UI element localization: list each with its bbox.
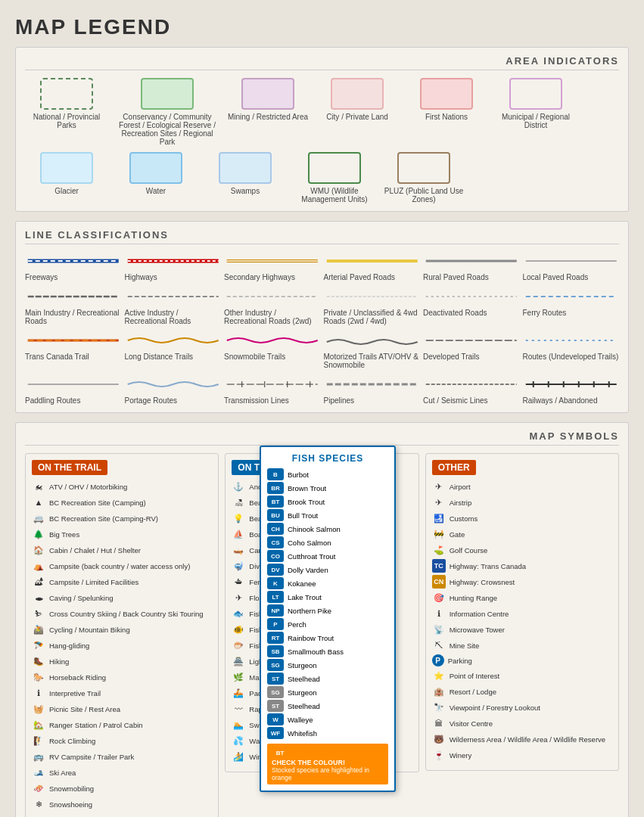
line-label-trans-canada: Trans Canada Trail: [25, 353, 89, 361]
line-label-secondary: Secondary Highways: [224, 273, 295, 281]
trail-row-snowmobiling: 🛷Snowmobiling: [32, 781, 212, 795]
fish-name-kokanee: Kokanee: [288, 579, 316, 588]
fish-species-popup: FISH SPECIES BBurbot BRBrown Trout BTBro…: [260, 446, 396, 792]
other-row-parking: PParking: [432, 654, 612, 666]
fish-name-burbot: Burbot: [288, 471, 309, 479]
line-label-routes: Routes (Undeveloped Trails): [523, 353, 619, 361]
fish-badge-sb: SB: [267, 645, 284, 657]
floatplane-icon: ✈: [232, 591, 245, 604]
line-sample-trans-canada: [25, 331, 122, 349]
trail-row-campsite-bc: ⛺Campsite (back country / water access o…: [32, 559, 212, 573]
lighthouse-icon: 🏯: [232, 654, 245, 668]
area-box-wmu: [308, 152, 361, 184]
fish-badge-rt: RT: [267, 632, 284, 644]
trail-label-bc-camp: BC Recreation Site (Camping): [49, 499, 146, 507]
other-label-info: Information Centre: [450, 610, 509, 618]
other-row-microwave: 📡Microwave Tower: [432, 623, 612, 636]
line-item-local: Local Paved Roads: [523, 252, 620, 281]
fish-badge-k: K: [267, 577, 284, 589]
fish-badge-p: P: [267, 618, 284, 630]
other-row-hwy-crow: CNHighway: Crowsnest: [432, 575, 612, 589]
horseback-icon: 🐎: [32, 670, 45, 684]
other-row-hwy-tc: TCHighway: Trans Canada: [432, 559, 612, 573]
line-sample-transmission: [224, 375, 321, 393]
trail-row-bc-rv: 🚐BC Recreation Site (Camping-RV): [32, 511, 212, 525]
other-row-golf: ⛳Golf Course: [432, 543, 612, 557]
line-item-motorized: Motorized Trails ATV/OHV & Snowmobile: [324, 331, 421, 369]
area-label-city: City / Private Land: [326, 113, 388, 121]
ski-icon: 🎿: [32, 766, 45, 779]
trail-label-ski: Ski Area: [49, 769, 76, 777]
bc-rv-icon: 🚐: [32, 511, 45, 525]
fish-brown-trout: BRBrown Trout: [267, 482, 388, 494]
fish-smallmouth: SBSmallmouth Bass: [267, 645, 388, 657]
area-item-municipal: Municipal / Regional District: [494, 78, 577, 129]
ranger-icon: 🏡: [32, 718, 45, 732]
viewpoint-icon: 🔭: [432, 701, 446, 714]
trail-row-trailhead: THTrailhead: [32, 813, 212, 817]
fish-steelhead2: STSteelhead: [267, 700, 388, 712]
line-label-seismic: Cut / Seismic Lines: [423, 396, 488, 405]
other-label-hunting: Hunting Range: [450, 594, 497, 602]
line-item-seismic: Cut / Seismic Lines: [423, 375, 520, 405]
other-label-hwy-crow: Highway: Crowsnest: [450, 578, 515, 586]
trail-row-snowshoe: ❄Snowshoeing: [32, 797, 212, 811]
area-label-mining: Mining / Restricted Area: [228, 113, 308, 121]
line-sample-highways: [125, 252, 222, 270]
fish-name-brown-trout: Brown Trout: [288, 484, 326, 492]
fish-badge-ch: CH: [267, 523, 284, 535]
other-label-golf: Golf Course: [450, 546, 488, 555]
paddling-icon: 🚣: [232, 686, 245, 700]
spawning-icon: 🐠: [232, 623, 245, 636]
other-label-poi: Point of Interest: [450, 672, 500, 680]
fish-badge-b: B: [267, 468, 284, 480]
fish-name-walleye: Walleye: [288, 716, 313, 724]
area-box-national: [40, 78, 93, 110]
line-item-snowmobile: Snowmobile Trails: [224, 331, 321, 369]
marsh-icon: 🌿: [232, 670, 245, 684]
swimming-icon: 🏊: [232, 718, 245, 732]
fish-badge-sg: SG: [267, 659, 284, 671]
poi-icon: ⭐: [432, 669, 446, 682]
other-row-winery: 🍷Winery: [432, 748, 612, 762]
area-item-national: National / Provincial Parks: [25, 78, 108, 129]
diving-icon: 🤿: [232, 559, 245, 573]
fish-lake-trout: LTLake Trout: [267, 591, 388, 603]
area-box-conservancy: [141, 78, 194, 110]
other-row-viewpoint: 🔭Viewpoint / Forestry Lookout: [432, 701, 612, 714]
fish-name-steelhead: Steelhead: [288, 675, 320, 683]
trail-label-interpretive: Interpretive Trail: [49, 689, 101, 697]
campsite-lim-icon: 🏕: [32, 575, 45, 589]
fish-sturgeon2: SGSturgeon: [267, 686, 388, 698]
caving-icon: 🕳: [32, 591, 45, 604]
trail-row-rockclimb: 🧗Rock Climbing: [32, 734, 212, 747]
trailhead-icon: TH: [32, 813, 45, 817]
fish-burbot: BBurbot: [267, 468, 388, 480]
trail-row-interpretive: ℹInterpretive Trail: [32, 686, 212, 700]
area-item-conservancy: Conservancy / Community Forest / Ecologi…: [114, 78, 220, 146]
fish-name-steelhead2: Steelhead: [288, 702, 320, 710]
page-title: MAP LEGEND: [15, 15, 629, 39]
line-label-active-industry: Active Industry / Recreational Roads: [125, 309, 222, 325]
area-box-municipal: [509, 78, 562, 110]
line-sample-other-industry: [224, 287, 321, 306]
trail-label-rv: RV Campsite / Trailer Park: [49, 753, 134, 761]
area-item-mining: Mining / Restricted Area: [226, 78, 310, 121]
fish-bull-trout: BUBull Trout: [267, 509, 388, 521]
area-label-water: Water: [146, 187, 166, 195]
area-indicators-section: AREA INDICATORS National / Provincial Pa…: [15, 47, 629, 212]
cabin-icon: 🏠: [32, 543, 45, 557]
trail-label-cabin: Cabin / Chalet / Hut / Shelter: [49, 546, 141, 555]
line-label-other-industry: Other Industry / Recreational Roads (2wd…: [224, 309, 321, 325]
area-label-swamps: Swamps: [231, 187, 260, 195]
resort-icon: 🏨: [432, 685, 446, 698]
other-column: OTHER ✈Airport ✈Airstrip 🛃Customs 🚧Gate …: [425, 453, 619, 771]
line-item-active-industry: Active Industry / Recreational Roads: [125, 287, 222, 325]
other-row-wilderness: 🐻Wilderness Area / Wildlife Area / Wildl…: [432, 732, 612, 746]
atv-icon: 🏍: [32, 480, 45, 493]
map-symbols-section: MAP SYMBOLS ON THE TRAIL 🏍ATV / OHV / Mo…: [15, 422, 629, 817]
area-box-pluz: [397, 152, 450, 184]
line-item-other-industry: Other Industry / Recreational Roads (2wd…: [224, 287, 321, 325]
trail-label-xc-ski: Cross Country Skiing / Back Country Ski …: [49, 610, 204, 618]
other-row-airstrip: ✈Airstrip: [432, 495, 612, 509]
